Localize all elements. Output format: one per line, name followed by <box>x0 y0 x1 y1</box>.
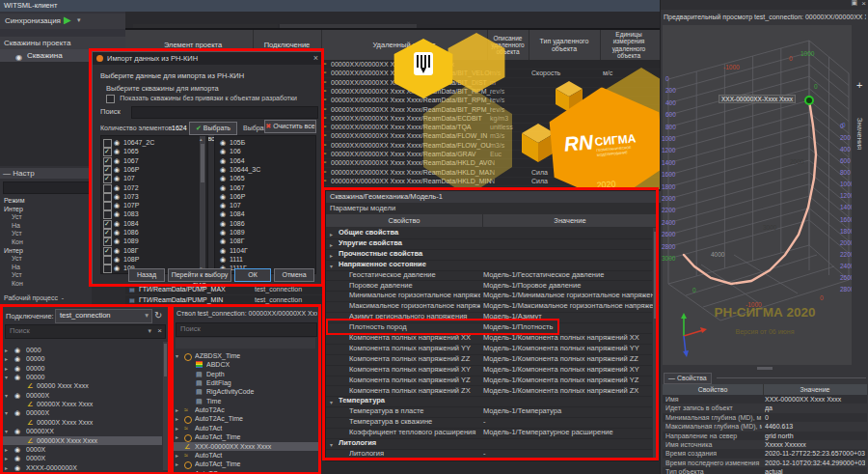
clear-all-button[interactable]: ✖ Очистить все <box>264 120 316 133</box>
tree-item[interactable]: ▸AutoT2Ac_Time <box>173 414 320 423</box>
property-row[interactable]: Имя источникаXxxxx Xxxxxx <box>663 440 867 449</box>
property-row[interactable]: ИмяXXX-00000XX Xxxx Xxxx <box>663 395 867 404</box>
expander-icon[interactable]: ▸ <box>5 464 8 472</box>
wells-list-scrollbar[interactable]: ▴ ▾ <box>200 136 205 271</box>
settings-row[interactable]: Интер <box>4 247 81 255</box>
list-item[interactable]: ◉10644_3С <box>215 165 315 174</box>
list-item[interactable]: ◉1067 <box>101 156 207 165</box>
refresh-icon[interactable]: ↻ <box>154 310 162 321</box>
expander-icon[interactable]: ▸ <box>176 470 178 472</box>
list-item[interactable]: ◉108Р <box>101 255 207 264</box>
connection-scroll-thumb[interactable] <box>164 344 167 376</box>
tree-item[interactable]: ∠00000X Xxxx Xxxx <box>2 400 162 408</box>
list-item[interactable]: ◉106 <box>215 147 315 155</box>
tree-item[interactable]: ▸◉0000X <box>2 454 162 462</box>
show-unlinked-checkbox[interactable] <box>106 95 115 103</box>
tree-item[interactable]: ABDCX <box>173 360 320 369</box>
add-icon[interactable]: + <box>856 79 862 91</box>
list-item[interactable]: ◉108Г <box>215 237 315 245</box>
list-item[interactable]: ◉1104Г <box>215 246 315 255</box>
tree-item[interactable]: ▸≈AutoTCen <box>173 469 320 472</box>
model-col-property[interactable]: Свойство <box>326 214 483 227</box>
well-checkbox[interactable] <box>103 265 112 273</box>
col-header-remote-desc[interactable]: Описание удаленного объекта <box>487 30 529 60</box>
tree-item[interactable]: ▸≈AutoTAct <box>173 424 320 432</box>
list-item[interactable]: ◉1065 <box>101 147 207 155</box>
tree-item[interactable]: ▾AZBDSX_Time <box>173 351 320 360</box>
tree-item[interactable]: ▾◉00000XX <box>2 427 162 435</box>
property-row[interactable]: Время создания2020-11-27T22:52:23.657000… <box>663 449 867 458</box>
ok-button[interactable]: ОК <box>234 268 271 282</box>
list-item[interactable]: ◉1067 <box>215 183 315 192</box>
model-col-value[interactable]: Значение <box>482 214 658 227</box>
list-item[interactable]: ◉107 <box>101 174 207 182</box>
close-icon[interactable]: × <box>861 0 866 8</box>
list-item[interactable]: ◉106Р <box>101 165 207 174</box>
wells-scroll-thumb[interactable] <box>201 144 204 182</box>
list-item[interactable]: ◉106Р <box>215 192 315 201</box>
settings-row[interactable]: Уст <box>12 271 89 279</box>
list-item[interactable]: ◉1084 <box>215 209 315 218</box>
properties-header[interactable]: — Свойства <box>664 373 712 384</box>
wellbore-search-input[interactable]: Поиск <box>176 322 317 337</box>
tree-item[interactable]: ∠00000XX Xxxx Xxxx <box>2 436 162 445</box>
tree-item[interactable]: ▸◉00000 <box>2 354 162 363</box>
settings-row[interactable]: Уст <box>12 213 89 221</box>
list-item[interactable]: ◉1083 <box>101 209 207 218</box>
list-item[interactable]: ◉1086 <box>101 228 207 237</box>
connection-select[interactable]: test_connection ▾ <box>55 309 152 323</box>
list-item[interactable]: ◉1072 <box>101 183 207 192</box>
tree-item[interactable]: ▤EditFlag <box>173 378 320 387</box>
model-row[interactable]: Литология- <box>326 449 652 460</box>
pin-icon[interactable]: ▣ <box>851 0 857 7</box>
prop-col-name[interactable]: Свойство <box>663 384 764 395</box>
property-row[interactable]: Время последнего изменения2020-12-10T20:… <box>663 459 867 467</box>
list-item[interactable]: ◉1073 <box>101 192 207 201</box>
show-unlinked-checkbox-row[interactable]: Показать скважины без привязки к объекта… <box>106 95 318 104</box>
chevron-down-icon[interactable]: ▾ <box>148 327 151 335</box>
cancel-button[interactable]: Отмена <box>274 268 314 282</box>
splitter-handle[interactable] <box>757 367 773 370</box>
settings-row[interactable]: Уст <box>12 230 89 237</box>
settings-row[interactable]: На <box>12 264 89 271</box>
col-header-remote-type[interactable]: Тип удаленного объекта <box>529 30 601 60</box>
property-row[interactable]: Минимальная глубина (MD), м0 <box>663 413 867 422</box>
dialog-search-input[interactable] <box>131 106 318 119</box>
dialog-close-icon[interactable]: × <box>313 52 318 65</box>
tree-item[interactable]: ▾◉00000X <box>2 408 162 417</box>
tree-item[interactable]: ▤Time <box>173 397 320 405</box>
settings-row[interactable]: Режим <box>4 197 81 205</box>
property-row[interactable]: Тип объектаactual <box>663 467 867 474</box>
list-item[interactable]: ◉105Б <box>215 138 315 147</box>
list-item[interactable]: ◉1089 <box>101 237 207 245</box>
tree-item[interactable]: ▸◉XXXX-0000000X <box>2 463 162 472</box>
settings-row[interactable]: Кон <box>12 280 89 288</box>
settings-row[interactable]: Кон <box>12 238 89 246</box>
list-item[interactable]: ◉1086 <box>215 219 315 228</box>
col-header-remote-object[interactable]: Удаленный объект <box>321 30 488 60</box>
tree-item[interactable]: ▸◉0000 <box>2 346 162 354</box>
settings-search-input[interactable] <box>3 181 90 194</box>
tree-item[interactable]: ▤Depth <box>173 370 320 378</box>
tree-item[interactable]: ▸≈AutoT2Ac <box>173 405 320 414</box>
list-item[interactable]: ◉107Р <box>101 201 207 209</box>
connection-tree-scrollbar[interactable] <box>163 342 168 470</box>
list-item[interactable]: ◉1089 <box>215 228 315 237</box>
dialog-titlebar[interactable]: Импорт данных из РН-КИН × <box>93 52 322 65</box>
tree-item[interactable]: ▸◉0000X <box>2 445 162 454</box>
tree-item[interactable]: ▸AutoTAct_Time <box>173 460 320 468</box>
clear-search-icon[interactable]: × <box>157 326 162 335</box>
list-item[interactable]: ◉1065 <box>215 174 315 182</box>
sync-dropdown-icon[interactable]: ▾ <box>77 16 81 24</box>
model-scrollbar[interactable] <box>653 228 658 460</box>
connection-search-input[interactable]: Поиск ▾ × <box>5 324 166 339</box>
sync-play-icon[interactable]: ▶ <box>64 14 71 25</box>
settings-row[interactable]: Интер <box>4 206 81 213</box>
tab-values[interactable]: Значения <box>855 118 864 150</box>
tree-item[interactable]: ▾◉00000X <box>2 391 162 400</box>
list-item[interactable]: ◉107 <box>215 201 315 209</box>
tree-item[interactable]: ▤RigActivityCode <box>173 387 320 396</box>
wellbore-filter-bar[interactable] <box>176 338 315 349</box>
goto-gis-button[interactable]: Перейти к выбору ГИС <box>168 268 231 282</box>
tree-item[interactable]: ∠XXX-00000XX Xxxx Xxxx <box>173 442 320 451</box>
